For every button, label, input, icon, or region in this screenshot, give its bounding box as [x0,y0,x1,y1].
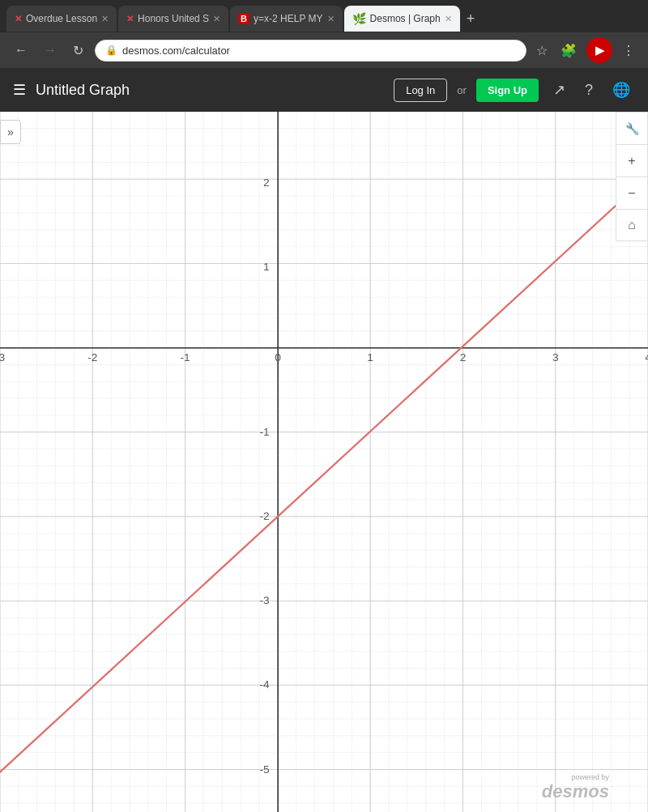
signup-button[interactable]: Sign Up [476,79,539,102]
bookmark-icon[interactable]: ☆ [533,40,551,62]
tab-2-label: Honors United S [138,13,209,24]
svg-text:-5: -5 [259,763,269,776]
svg-text:-1: -1 [259,426,269,438]
graph-canvas: -3 -2 -1 0 1 2 3 4 2 1 -1 -2 -3 [0,112,648,812]
svg-text:3: 3 [552,351,559,363]
app-title: Untitled Graph [36,82,384,99]
graph-controls: 🔧 + − ⌂ [616,112,648,241]
svg-text:-1: -1 [180,351,190,363]
or-label: or [457,84,467,96]
tab-1-label: Overdue Lesson [26,13,97,24]
new-tab-button[interactable]: + [462,9,480,29]
tab-4-label: Desmos | Graph [370,13,441,24]
tab-2-close[interactable]: ✕ [213,14,220,24]
app-header: ☰ Untitled Graph Log In or Sign Up ↗ ? 🌐 [0,68,648,112]
svg-text:-3: -3 [259,594,269,606]
help-icon[interactable]: ? [580,79,598,102]
tab-3[interactable]: B y=x-2 HELP MY ✕ [230,6,342,32]
sidebar-toggle[interactable]: » [0,120,21,144]
forward-button[interactable]: → [39,40,62,61]
login-button[interactable]: Log In [394,79,447,102]
svg-text:-2: -2 [87,351,97,363]
tab-bar: ✕ Overdue Lesson ✕ ✕ Honors United S ✕ B… [0,0,648,32]
settings-button[interactable]: 🔧 [616,112,648,144]
tab-1-close[interactable]: ✕ [101,14,109,24]
svg-text:2: 2 [460,351,467,363]
browser-chrome: ✕ Overdue Lesson ✕ ✕ Honors United S ✕ B… [0,0,648,68]
tab-2[interactable]: ✕ Honors United S ✕ [118,6,228,32]
main-content: » [0,112,648,812]
profile-icon[interactable]: ▶ [586,37,612,63]
tab-3-close[interactable]: ✕ [327,14,335,24]
zoom-in-button[interactable]: + [616,144,648,176]
svg-rect-0 [0,112,648,812]
tab-1[interactable]: ✕ Overdue Lesson ✕ [6,6,117,32]
tab-4[interactable]: 🌿 Desmos | Graph ✕ [344,6,460,32]
svg-text:2: 2 [263,176,270,189]
svg-text:-2: -2 [259,510,269,522]
home-button[interactable]: ⌂ [616,209,648,241]
url-bar[interactable]: 🔒 desmos.com/calculator [95,40,526,62]
powered-by-text: powered by [542,773,609,781]
lock-icon: 🔒 [105,45,117,56]
graph-area[interactable]: » [0,112,648,812]
svg-text:0: 0 [275,351,281,363]
desmos-logo: desmos [542,781,609,802]
url-text: desmos.com/calculator [122,45,230,57]
hamburger-menu[interactable]: ☰ [13,81,26,99]
svg-text:1: 1 [367,351,373,363]
globe-icon[interactable]: 🌐 [608,78,635,102]
share-icon[interactable]: ↗ [548,78,570,102]
tab-4-close[interactable]: ✕ [445,14,452,24]
svg-text:-3: -3 [0,351,5,363]
reload-button[interactable]: ↻ [68,40,88,62]
svg-text:4: 4 [645,351,648,363]
extensions-icon[interactable]: 🧩 [557,40,580,62]
svg-text:-4: -4 [259,678,270,691]
watermark: powered by desmos [542,773,609,802]
zoom-out-button[interactable]: − [616,176,648,209]
graph-svg: -3 -2 -1 0 1 2 3 4 2 1 -1 -2 -3 [0,112,648,812]
back-button[interactable]: ← [10,40,32,61]
address-bar: ← → ↻ 🔒 desmos.com/calculator ☆ 🧩 ▶ ⋮ [0,32,648,68]
chrome-menu-icon[interactable]: ⋮ [619,40,638,62]
tab-3-label: y=x-2 HELP MY [254,13,322,24]
svg-text:1: 1 [263,261,270,273]
